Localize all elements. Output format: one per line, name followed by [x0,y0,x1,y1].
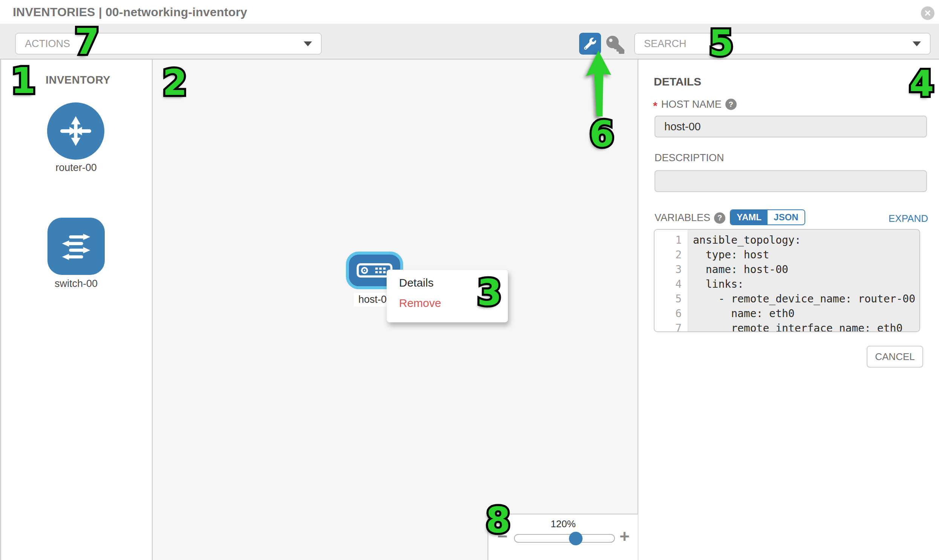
chevron-down-icon [913,42,921,46]
code-line: 4 links: [655,277,919,291]
context-menu-item-remove[interactable]: Remove [399,297,441,309]
help-icon[interactable]: ? [725,98,737,110]
code-line: 6 name: eth0 [655,306,919,321]
expand-link[interactable]: EXPAND [888,213,928,225]
toggle-json[interactable]: JSON [768,210,805,225]
code-line: 1 ansible_topology: [655,233,919,248]
host-name-input[interactable] [655,115,927,137]
variables-format-toggle: YAML JSON [730,209,805,225]
variables-label: VARIABLES [655,212,710,224]
configure-tool-button[interactable] [579,33,601,55]
code-line: 2 type: host [655,248,919,262]
actions-dropdown-label: ACTIONS [25,38,70,50]
description-input[interactable] [655,170,927,192]
help-icon[interactable]: ? [714,212,725,224]
variables-label-row: VARIABLES ? [655,212,725,224]
zoom-in-button[interactable]: + [620,529,630,544]
variables-code-editor[interactable]: 1 ansible_topology: 2 type: host 3 name:… [654,229,920,332]
palette-item-router[interactable] [47,102,104,160]
breadcrumb: INVENTORIES | 00-networking-inventory [13,5,247,19]
zoom-control-panel: 120% − + [487,514,638,560]
router-icon [56,111,95,151]
switch-icon [57,227,96,266]
search-dropdown[interactable]: SEARCH [634,33,931,55]
host-name-label: HOST NAME [661,98,722,110]
wrench-icon [584,38,596,50]
palette-item-switch[interactable] [48,218,105,275]
toggle-yaml[interactable]: YAML [731,210,768,225]
code-line: 3 name: host-00 [655,262,919,277]
zoom-out-button[interactable]: − [497,529,507,544]
palette-item-label: switch-00 [35,278,117,289]
credentials-key-button[interactable] [605,35,626,55]
host-name-label-row: * HOST NAME ? [653,97,737,111]
zoom-slider-track[interactable] [514,534,615,543]
zoom-level-readout: 120% [488,518,638,530]
node-context-menu: Details Remove [387,270,508,322]
app-window: INVENTORIES | 00-networking-inventory ✕ … [0,0,939,560]
key-icon [606,36,624,54]
editor-lines: 1 ansible_topology: 2 type: host 3 name:… [655,233,919,332]
sidebar-scroll-track [0,60,1,560]
header-bar: INVENTORIES | 00-networking-inventory ✕ [0,0,939,24]
close-icon[interactable]: ✕ [921,6,934,20]
sidebar-title: INVENTORY [46,74,110,86]
description-label: DESCRIPTION [655,152,724,164]
context-menu-item-details[interactable]: Details [399,277,434,289]
palette-item-label: router-00 [35,162,117,174]
cancel-button[interactable]: CANCEL [867,346,923,368]
details-panel-title: DETAILS [654,75,701,88]
zoom-slider-thumb[interactable] [569,532,583,545]
code-line: 5 - remote_device_name: router-00 [655,291,919,306]
actions-dropdown[interactable]: ACTIONS [15,33,322,55]
chevron-down-icon [304,42,312,46]
required-marker: * [653,100,657,111]
search-dropdown-label: SEARCH [644,38,686,50]
code-line: 7 remote_interface_name: eth0 [655,321,919,332]
